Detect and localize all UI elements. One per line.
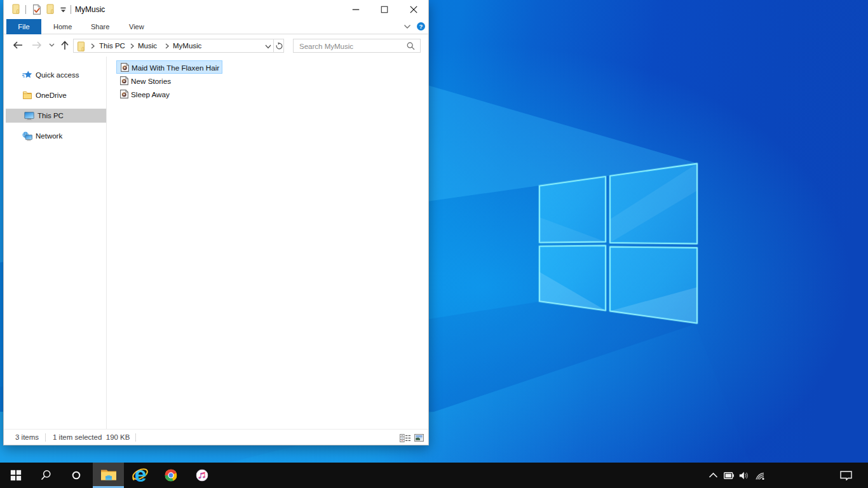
svg-text:?: ? [419, 23, 423, 30]
svg-text:e: e [135, 462, 147, 486]
